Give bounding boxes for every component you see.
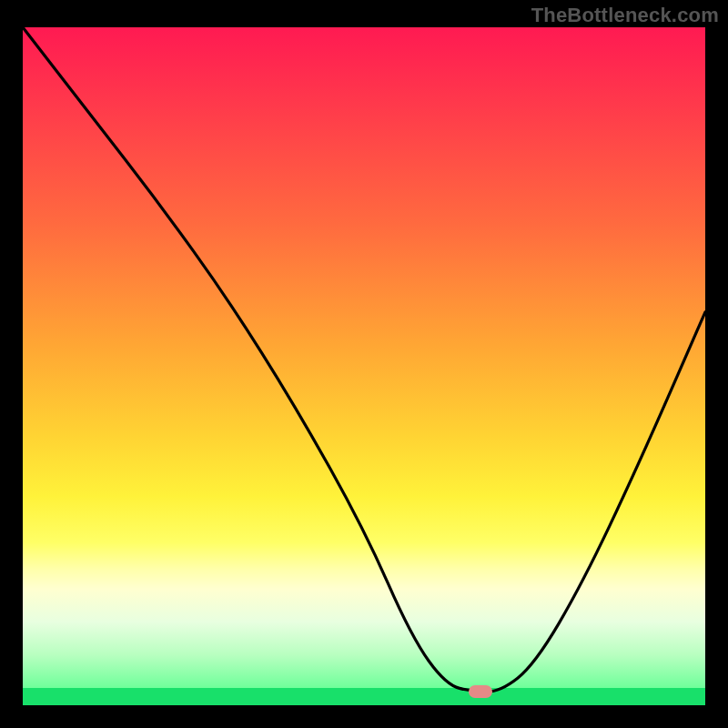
plot-area [23,27,705,705]
bottleneck-curve-svg [23,27,705,705]
optimal-point-marker [469,685,492,698]
bottleneck-curve-path [23,27,705,692]
watermark-text: TheBottleneck.com [531,4,719,27]
chart-frame: TheBottleneck.com [0,0,728,728]
